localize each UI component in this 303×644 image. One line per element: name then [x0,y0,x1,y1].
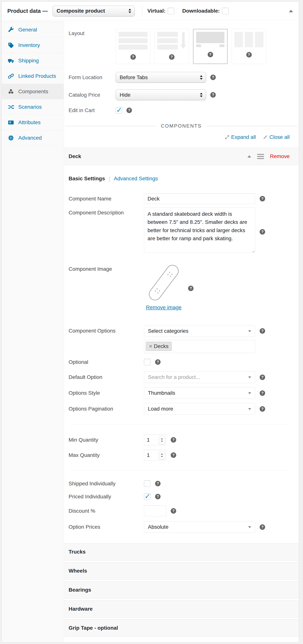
help-icon[interactable] [155,481,160,486]
catalog-price-row: Catalog Price Hide [64,90,299,100]
help-icon[interactable] [260,196,265,202]
sidebar-item-label: Inventory [18,42,40,48]
sidebar-item-components[interactable]: Components [2,84,64,99]
sidebar-item-linked-products[interactable]: Linked Products [2,68,64,84]
sidebar-item-general[interactable]: General [2,22,64,38]
help-icon[interactable] [169,54,174,60]
remove-tag-icon[interactable]: × [149,343,152,349]
chevron-down-icon [248,392,251,394]
sidebar-item-advanced[interactable]: Advanced [2,130,64,146]
help-icon[interactable] [210,74,216,80]
selected-categories-box: × Decks [144,340,255,353]
component-deck-header[interactable]: Deck Remove [64,148,299,165]
panel-collapse-icon[interactable] [289,10,293,12]
component-name-label: Component Name [68,196,144,202]
help-icon[interactable] [208,52,213,57]
downloadable-checkbox[interactable] [222,8,228,14]
default-option-select[interactable]: Search for a product... [144,371,255,383]
help-icon[interactable] [171,452,176,458]
help-icon[interactable] [260,524,265,530]
layout-label: Layout [68,29,116,36]
product-type-select[interactable]: Composite product [52,6,135,16]
optional-label: Optional [68,359,144,365]
layout-option-grid[interactable] [232,29,266,64]
help-icon[interactable] [188,286,194,291]
form-location-select[interactable]: Before Tabs [116,72,206,83]
max-quantity-input[interactable] [147,452,158,458]
min-quantity-input[interactable] [147,437,158,443]
virtual-checkbox[interactable] [168,8,174,14]
help-icon[interactable] [171,437,176,442]
options-style-select[interactable]: Thumbnails [144,387,255,399]
tab-advanced-settings[interactable]: Advanced Settings [114,176,158,182]
help-icon[interactable] [210,92,216,98]
options-pagination-row: Options Pagination Load more [68,403,290,415]
form-location-label: Form Location [68,74,116,80]
quantity-stepper[interactable] [159,451,165,459]
component-title: Grip Tape - optional [68,625,118,631]
min-quantity-label: Min Quantity [68,437,144,443]
drag-handle-icon[interactable] [257,154,264,159]
component-wheels-header[interactable]: Wheels [64,562,299,580]
edit-in-cart-checkbox[interactable] [116,107,122,114]
help-icon[interactable] [126,108,132,113]
component-griptape-header[interactable]: Grip Tape - optional [64,619,299,637]
help-icon[interactable] [130,54,136,60]
help-icon[interactable] [260,406,265,412]
catalog-price-select[interactable]: Hide [116,90,206,100]
remove-component-link[interactable]: Remove [270,153,290,160]
shipped-individually-checkbox[interactable] [144,480,150,487]
discount-input[interactable] [144,506,166,516]
min-quantity-row: Min Quantity [68,434,290,445]
expand-all-link[interactable]: Expand all [225,134,256,140]
layout-option-stacked[interactable] [116,29,150,64]
options-pagination-select[interactable]: Load more [144,403,255,415]
layout-option-componentized[interactable] [193,29,228,64]
priced-individually-checkbox[interactable] [144,493,150,500]
truck-icon [8,58,14,64]
tab-basic-settings[interactable]: Basic Settings [68,176,105,182]
sidebar-item-label: General [18,27,37,33]
layout-option-progressive[interactable] [154,29,189,64]
components-panel: Layout [64,20,299,642]
priced-individually-label: Priced Individually [68,494,144,500]
close-all-link[interactable]: Close all [263,134,290,140]
default-option-row: Default Option Search for a product... [68,371,290,383]
sidebar-item-attributes[interactable]: Attributes [2,115,64,130]
options-pagination-label: Options Pagination [68,406,144,412]
sidebar-item-inventory[interactable]: Inventory [2,38,64,53]
component-hardware-header[interactable]: Hardware [64,600,299,618]
remove-image-link[interactable]: Remove image [146,304,182,310]
help-icon[interactable] [155,494,160,499]
component-trucks-header[interactable]: Trucks [64,543,299,560]
wrench-icon [8,26,14,33]
component-description-input[interactable]: A standard skateboard deck width is betw… [144,208,255,253]
option-prices-value: Absolute [148,524,168,530]
help-icon[interactable] [171,508,176,514]
sidebar-item-scenarios[interactable]: Scenarios [2,99,64,115]
edit-in-cart-label: Edit in Cart [68,108,116,114]
component-options-select[interactable]: Select categories [144,325,255,337]
sidebar-item-label: Attributes [18,120,40,126]
help-icon[interactable] [246,52,252,58]
help-icon[interactable] [260,229,265,234]
help-icon[interactable] [260,328,265,334]
option-prices-select[interactable]: Absolute [144,521,255,533]
component-description-label: Component Description [68,210,144,216]
help-icon[interactable] [260,374,265,380]
quantity-stepper[interactable] [159,436,165,444]
max-quantity-label: Max Quantity [68,452,144,458]
progressive-layout-icon [154,32,189,50]
component-title: Hardware [68,606,93,612]
default-option-placeholder: Search for a product... [148,374,200,380]
optional-checkbox[interactable] [144,359,150,365]
collapse-component-icon[interactable] [248,155,251,158]
section-divider [68,470,290,470]
sidebar-item-shipping[interactable]: Shipping [2,53,64,68]
product-type-value: Composite product [56,8,105,14]
help-icon[interactable] [260,390,265,396]
component-bearings-header[interactable]: Bearings [64,581,299,598]
component-name-input[interactable] [144,193,255,204]
help-icon[interactable] [155,359,160,365]
componentized-layout-icon [194,32,227,47]
